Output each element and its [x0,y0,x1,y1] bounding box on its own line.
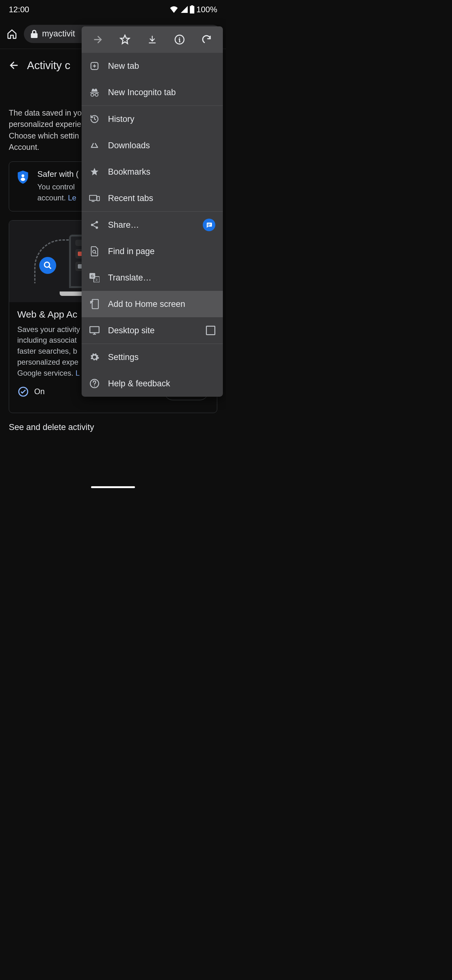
magnify-icon [39,257,56,274]
safer-title: Safer with ( [37,169,79,179]
share-badge-icon [203,219,215,231]
history-icon [90,115,99,124]
menu-recent-label: Recent tabs [108,194,153,203]
menu-bookmarks-label: Bookmarks [108,167,151,177]
status-icons: 100% [170,5,217,14]
menu-desktop-label: Desktop site [108,326,155,336]
menu-desktop[interactable]: Desktop site [82,317,223,344]
menu-translate[interactable]: G文 Translate… [82,264,223,291]
downloads-icon [90,141,99,150]
desktop-checkbox[interactable] [206,326,215,335]
wifi-icon [170,6,178,13]
menu-find[interactable]: Find in page [82,238,223,264]
add-home-icon [90,299,99,309]
svg-text:文: 文 [95,278,98,282]
svg-point-9 [96,221,98,224]
menu-history[interactable]: History [82,106,223,132]
svg-point-12 [93,250,95,253]
menu-incognito[interactable]: New Incognito tab [82,79,223,105]
menu-add-home-label: Add to Home screen [108,299,185,309]
menu-share[interactable]: Share… [82,212,223,238]
incognito-icon [89,88,100,97]
nav-handle[interactable] [91,486,135,488]
svg-text:G: G [91,274,94,278]
menu-new-tab-label: New tab [108,61,139,71]
safer-body: You control account. Le [37,181,79,204]
info-icon [174,34,185,45]
menu-history-label: History [108,115,134,124]
menu-help[interactable]: Help & feedback [82,370,223,397]
signal-icon [180,6,188,13]
menu-new-tab[interactable]: New tab [82,53,223,79]
star-button[interactable] [116,31,134,48]
webapp-link[interactable]: L [75,369,79,377]
info-button[interactable] [171,31,188,48]
translate-icon: G文 [89,273,100,282]
menu-find-label: Find in page [108,247,155,256]
menu-help-label: Help & feedback [108,379,170,388]
bookmarks-icon [90,167,99,177]
lock-icon [31,30,38,38]
recent-tabs-icon [89,194,100,202]
svg-point-6 [95,93,98,96]
download-button[interactable] [143,31,161,48]
home-button[interactable] [5,26,19,41]
menu-toolbar [82,26,223,53]
refresh-button[interactable] [198,31,216,48]
svg-rect-7 [89,196,97,200]
menu-downloads-label: Downloads [108,141,150,150]
see-delete-title: See and delete activity [9,422,217,432]
svg-point-11 [96,226,98,229]
svg-point-1 [44,262,49,267]
svg-rect-18 [90,327,99,332]
back-icon[interactable] [9,60,19,71]
find-icon [90,246,99,256]
forward-icon [92,34,103,45]
clock: 12:00 [9,5,29,14]
svg-point-0 [22,174,24,177]
status-bar: 12:00 100% [0,0,226,19]
menu-add-home[interactable]: Add to Home screen [82,291,223,317]
safer-link[interactable]: Le [68,194,76,202]
svg-point-5 [91,93,94,96]
menu-settings-label: Settings [108,352,139,362]
star-icon [120,34,130,45]
menu-downloads[interactable]: Downloads [82,132,223,159]
home-icon [6,29,17,39]
menu-translate-label: Translate… [108,273,152,283]
url-text: myactivit [42,29,75,39]
svg-point-10 [91,224,94,226]
battery-percent: 100% [197,5,217,14]
download-icon [147,34,157,45]
new-tab-icon [90,61,99,71]
page-header-title: Activity c [27,59,70,72]
shield-icon [17,170,29,184]
svg-rect-8 [97,196,100,201]
forward-button[interactable] [89,31,106,48]
menu-settings[interactable]: Settings [82,344,223,370]
toggle-state: On [34,387,44,396]
refresh-icon [202,35,212,45]
share-icon [90,220,99,230]
menu-share-label: Share… [108,220,139,230]
menu-incognito-label: New Incognito tab [108,88,176,97]
battery-icon [190,5,195,14]
menu-recent[interactable]: Recent tabs [82,185,223,212]
check-circle-icon [18,387,29,397]
gear-icon [89,352,100,362]
chrome-menu: New tab New Incognito tab History Downlo… [82,26,223,397]
help-icon [89,379,100,388]
desktop-icon [89,326,100,335]
menu-bookmarks[interactable]: Bookmarks [82,159,223,185]
